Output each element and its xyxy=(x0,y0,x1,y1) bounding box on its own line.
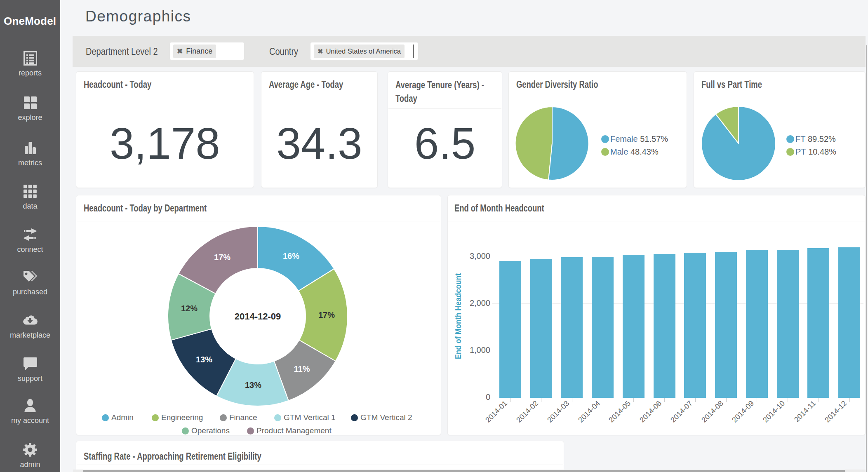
svg-text:16%: 16% xyxy=(283,251,299,261)
svg-text:17%: 17% xyxy=(318,310,335,319)
svg-text:11%: 11% xyxy=(294,364,310,373)
svg-text:12%: 12% xyxy=(181,304,198,313)
svg-text:17%: 17% xyxy=(214,253,231,262)
svg-text:13%: 13% xyxy=(196,355,212,364)
svg-text:13%: 13% xyxy=(245,380,261,390)
svg-text:2014-12-09: 2014-12-09 xyxy=(235,311,281,322)
